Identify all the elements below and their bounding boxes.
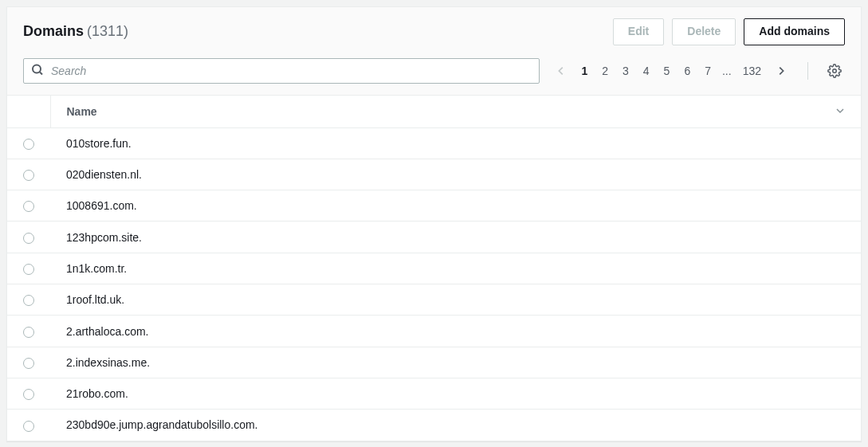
domain-name-cell: 230bd90e.jump.agrandatubolsillo.com.	[50, 410, 861, 441]
table-row[interactable]: 230bd90e.jump.agrandatubolsillo.com.	[7, 410, 861, 441]
table-row[interactable]: 1n1k.com.tr.	[7, 253, 861, 284]
svg-point-2	[833, 69, 837, 73]
row-select-radio[interactable]	[23, 170, 34, 181]
row-select-cell	[7, 410, 50, 441]
row-select-cell	[7, 127, 50, 159]
search-input[interactable]	[23, 58, 540, 84]
settings-button[interactable]	[824, 61, 845, 81]
pagination: 1 2 3 4 5 6 7 ... 132	[551, 61, 791, 80]
panel-header: Domains (1311) Edit Delete Add domains	[7, 7, 861, 53]
row-select-radio[interactable]	[23, 139, 34, 150]
row-select-radio[interactable]	[23, 295, 34, 306]
toolbar-divider	[807, 62, 808, 80]
table-row[interactable]: 21robo.com.	[7, 378, 861, 409]
domain-name-cell: 1008691.com.	[50, 190, 861, 222]
page-7[interactable]: 7	[700, 61, 716, 80]
domains-table: Name 010store.fun.020diensten.nl.1008691…	[7, 96, 861, 441]
name-column-label: Name	[67, 105, 97, 118]
domain-name-cell: 123hpcom.site.	[50, 222, 861, 253]
domains-count: (1311)	[87, 23, 128, 40]
row-select-cell	[7, 222, 50, 253]
page-4[interactable]: 4	[638, 61, 654, 80]
row-select-radio[interactable]	[23, 201, 34, 212]
row-select-cell	[7, 284, 50, 316]
domain-name-cell: 2.arthaloca.com.	[50, 316, 861, 347]
page-2[interactable]: 2	[597, 61, 613, 80]
domains-panel: Domains (1311) Edit Delete Add domains	[6, 6, 862, 441]
chevron-left-icon	[556, 65, 567, 76]
domain-name-cell: 2.indexsinas.me.	[50, 347, 861, 378]
page-title: Domains	[23, 23, 84, 40]
gear-icon	[827, 64, 842, 78]
domain-name-cell: 020diensten.nl.	[50, 159, 861, 190]
edit-button[interactable]: Edit	[613, 18, 664, 45]
table-row[interactable]: 1008691.com.	[7, 190, 861, 222]
next-page-button[interactable]	[771, 62, 791, 80]
row-select-cell	[7, 190, 50, 222]
row-select-radio[interactable]	[23, 358, 34, 369]
domain-name-cell: 010store.fun.	[50, 127, 861, 159]
table-row[interactable]: 123hpcom.site.	[7, 222, 861, 253]
table-row[interactable]: 2.indexsinas.me.	[7, 347, 861, 378]
title-wrap: Domains (1311)	[23, 23, 128, 40]
prev-page-button[interactable]	[551, 62, 571, 80]
row-select-radio[interactable]	[23, 389, 34, 400]
table-row[interactable]: 020diensten.nl.	[7, 159, 861, 190]
domain-name-cell: 1n1k.com.tr.	[50, 253, 861, 284]
search-wrap	[23, 58, 540, 84]
domain-name-cell: 1roof.ltd.uk.	[50, 284, 861, 316]
sort-icon	[835, 105, 845, 118]
domain-name-cell: 21robo.com.	[50, 378, 861, 409]
name-column-header[interactable]: Name	[50, 96, 861, 128]
row-select-radio[interactable]	[23, 233, 34, 244]
row-select-radio[interactable]	[23, 327, 34, 338]
header-actions: Edit Delete Add domains	[613, 18, 845, 45]
row-select-radio[interactable]	[23, 264, 34, 275]
row-select-cell	[7, 378, 50, 409]
page-6[interactable]: 6	[679, 61, 695, 80]
row-select-cell	[7, 316, 50, 347]
chevron-right-icon	[776, 65, 787, 76]
row-select-cell	[7, 159, 50, 190]
page-5[interactable]: 5	[659, 61, 675, 80]
toolbar: 1 2 3 4 5 6 7 ... 132	[7, 53, 861, 96]
table-row[interactable]: 1roof.ltd.uk.	[7, 284, 861, 316]
page-last[interactable]: 132	[738, 61, 766, 80]
table-row[interactable]: 010store.fun.	[7, 127, 861, 159]
page-3[interactable]: 3	[618, 61, 634, 80]
row-select-radio[interactable]	[23, 421, 34, 432]
page-ellipsis: ...	[721, 61, 733, 80]
row-select-cell	[7, 347, 50, 378]
delete-button[interactable]: Delete	[672, 18, 736, 45]
select-column-header	[7, 96, 50, 128]
table-row[interactable]: 2.arthaloca.com.	[7, 316, 861, 347]
add-domains-button[interactable]: Add domains	[744, 18, 845, 45]
page-1[interactable]: 1	[576, 61, 592, 80]
row-select-cell	[7, 253, 50, 284]
